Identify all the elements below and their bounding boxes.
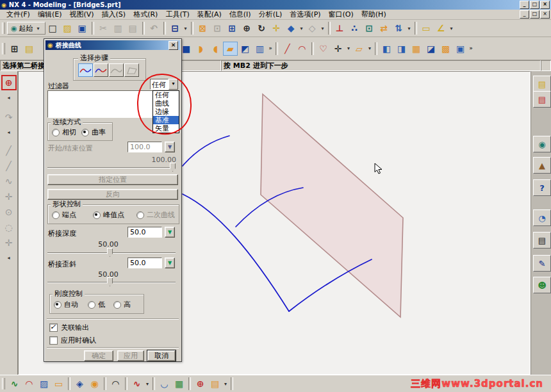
snap-intersection-icon[interactable]: ✛ — [1, 189, 17, 204]
radio-tangent-circle[interactable] — [52, 129, 60, 136]
wireframe-view-icon[interactable]: ◇ — [305, 21, 320, 35]
screen-display-icon[interactable]: ⊡ — [362, 21, 377, 35]
transform-icon[interactable]: ⇅ — [391, 21, 406, 35]
menu-item-edit[interactable]: 编辑(E) — [34, 9, 66, 20]
apply-button[interactable]: 应用 — [117, 350, 144, 361]
associative-output-checkbox[interactable]: 关联输出 — [49, 323, 89, 332]
associative-output-box[interactable] — [49, 323, 58, 332]
menu-item-help[interactable]: 帮助(H) — [358, 9, 390, 20]
dialog-title-bar[interactable]: ◉ 桥接曲线 × — [45, 40, 180, 50]
filter-option-any[interactable]: 任何 — [153, 91, 179, 99]
step-second-curve-button[interactable] — [94, 63, 108, 77]
chamfer-icon[interactable]: ◩ — [238, 42, 252, 56]
open-file-icon[interactable]: ▨ — [60, 21, 75, 35]
menu-item-assemblies[interactable]: 装配(A) — [193, 9, 226, 20]
child-minimize-button[interactable]: _ — [520, 10, 529, 19]
undo-icon[interactable]: ↶ — [147, 21, 161, 35]
chevron-down-icon[interactable]: ▾ — [406, 21, 413, 35]
cut-icon[interactable]: ✂ — [96, 21, 111, 35]
snap-point-icon[interactable]: ✛ — [1, 235, 17, 250]
section-analysis-icon[interactable]: ▨ — [37, 377, 51, 391]
filter-option-datum[interactable]: 基准 — [153, 116, 179, 124]
snap-center-icon[interactable]: ⊙ — [1, 204, 17, 220]
shaded-view-icon[interactable]: ◆ — [284, 21, 299, 35]
tutorials-tab[interactable]: ▲ — [533, 157, 551, 174]
chevron-down-icon[interactable]: ▾ — [222, 377, 229, 391]
chevron-left-icon[interactable]: ◂ — [6, 250, 12, 265]
minimize-button[interactable]: _ — [520, 1, 529, 9]
radio-low[interactable]: 低 — [88, 300, 105, 309]
surface-curvature-icon[interactable]: ◡ — [157, 377, 172, 391]
orient-view-icon[interactable]: ⇄ — [377, 21, 391, 35]
measure-angle-icon[interactable]: ∠ — [434, 21, 448, 35]
radio-high-circle[interactable] — [113, 301, 121, 309]
link-curve-icon[interactable]: ↷ — [1, 110, 17, 125]
ruled-surface-icon[interactable]: ◧ — [379, 42, 394, 56]
overflow-icon[interactable]: » — [468, 42, 474, 56]
zoom-in-out-icon[interactable]: ⊕ — [240, 21, 254, 35]
filter-option-edge[interactable]: 边缘 — [153, 108, 179, 116]
restore-button[interactable]: □ — [530, 1, 539, 9]
chevron-left-icon[interactable]: ◂ — [6, 90, 12, 104]
menu-item-analysis[interactable]: 分析(L) — [255, 9, 286, 20]
filter-combo[interactable]: 任何 ▾ — [150, 79, 178, 90]
ok-button[interactable]: 确定 — [84, 350, 113, 361]
arc-analysis-icon[interactable]: ◠ — [108, 377, 123, 391]
reverse-button[interactable]: 反向 — [47, 189, 178, 200]
pan-icon[interactable]: ✛ — [269, 21, 284, 35]
chevron-down-icon[interactable]: ▾ — [299, 21, 305, 35]
bridge-skew-input[interactable]: 50.0 — [127, 257, 162, 268]
start-button[interactable]: ◉ 起始 ▾ — [7, 22, 45, 35]
tools-tab[interactable]: ✎ — [533, 255, 551, 272]
web-browser-tab[interactable]: ◉ — [533, 136, 551, 152]
bridge-skew-spin-button[interactable]: ▼ — [165, 257, 175, 268]
snap-end-point-icon[interactable]: ╱ — [1, 143, 17, 158]
chevron-down-icon[interactable]: ▾ — [320, 21, 326, 35]
spine-analysis-icon[interactable]: ◈ — [72, 377, 87, 391]
notebook-tab[interactable]: ▤ — [533, 232, 551, 249]
sweep-icon[interactable]: ◖ — [208, 42, 223, 56]
toolbar-grip[interactable] — [2, 22, 5, 34]
rotate-view-icon[interactable]: ↻ — [254, 21, 269, 35]
chevron-down-icon[interactable]: ▾ — [448, 21, 455, 35]
section-surface-icon[interactable]: ▩ — [438, 42, 453, 56]
zoom-box-icon[interactable]: ⊞ — [225, 21, 240, 35]
new-file-icon[interactable]: □ — [45, 21, 60, 35]
measure-distance-icon[interactable]: ▭ — [419, 21, 434, 35]
radio-auto-circle[interactable] — [54, 301, 62, 309]
menu-item-information[interactable]: 信息(I) — [226, 9, 255, 20]
curvature-comb-icon[interactable]: ∿ — [129, 377, 144, 391]
arc-icon[interactable]: ◠ — [295, 42, 309, 56]
menu-item-file[interactable]: 文件(F) — [3, 9, 34, 20]
bridge-skew-slider-thumb[interactable] — [107, 277, 113, 286]
reflection-analysis-icon[interactable]: ◠ — [22, 377, 37, 391]
curve-comb-check-icon[interactable]: ∿ — [7, 377, 22, 391]
menu-item-format[interactable]: 格式(R) — [129, 9, 161, 20]
snap-mid-point-icon[interactable]: ╱ — [1, 158, 17, 174]
chevron-down-icon[interactable]: ▾ — [183, 21, 189, 35]
radio-peak-point[interactable]: 峰值点 — [93, 210, 124, 220]
radio-conic-circle[interactable] — [136, 211, 144, 219]
csys-icon[interactable]: ⊥ — [333, 21, 347, 35]
n-sided-surface-icon[interactable]: ▣ — [453, 42, 468, 56]
child-close-button[interactable]: × — [540, 10, 550, 19]
filter-option-curve[interactable]: 曲线 — [153, 99, 179, 108]
bridge-depth-spin-button[interactable]: ▼ — [165, 227, 175, 238]
step-tangent-button[interactable] — [109, 63, 124, 77]
toolbar-grip[interactable] — [2, 43, 5, 54]
help-tab[interactable]: ? — [533, 179, 551, 196]
chevron-left-icon[interactable]: ◂ — [6, 125, 12, 139]
menu-item-insert[interactable]: 插入(S) — [98, 9, 130, 20]
display-mode-icon[interactable]: ⊟ — [168, 21, 183, 35]
radio-curvature-circle[interactable] — [81, 129, 89, 136]
zoom-check-icon[interactable]: ⊕ — [193, 377, 208, 391]
bridge-depth-slider-thumb[interactable] — [107, 248, 113, 257]
radio-curvature[interactable]: 曲率 — [81, 127, 106, 137]
confirm-on-apply-checkbox[interactable]: 应用时确认 — [49, 336, 96, 345]
chevron-down-icon[interactable]: ▾ — [366, 42, 373, 56]
paste-icon[interactable]: ▤ — [126, 21, 140, 35]
radio-low-circle[interactable] — [88, 301, 95, 309]
point-icon[interactable]: ✛ — [331, 42, 345, 56]
radio-tangent[interactable]: 相切 — [52, 127, 76, 137]
profile-icon[interactable]: ♡ — [316, 42, 331, 56]
